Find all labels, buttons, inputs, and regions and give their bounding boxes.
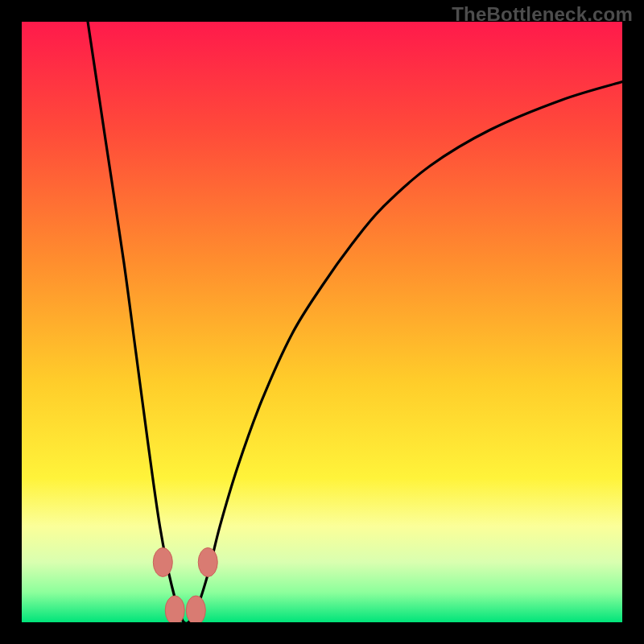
watermark-text: TheBottleneck.com: [452, 3, 633, 26]
highlight-marker: [153, 547, 172, 576]
highlight-marker: [186, 596, 205, 622]
plot-area: [22, 22, 622, 622]
highlight-marker: [165, 596, 184, 622]
highlight-marker: [198, 547, 217, 576]
chart-svg: [22, 22, 622, 622]
outer-frame: TheBottleneck.com: [0, 0, 644, 644]
